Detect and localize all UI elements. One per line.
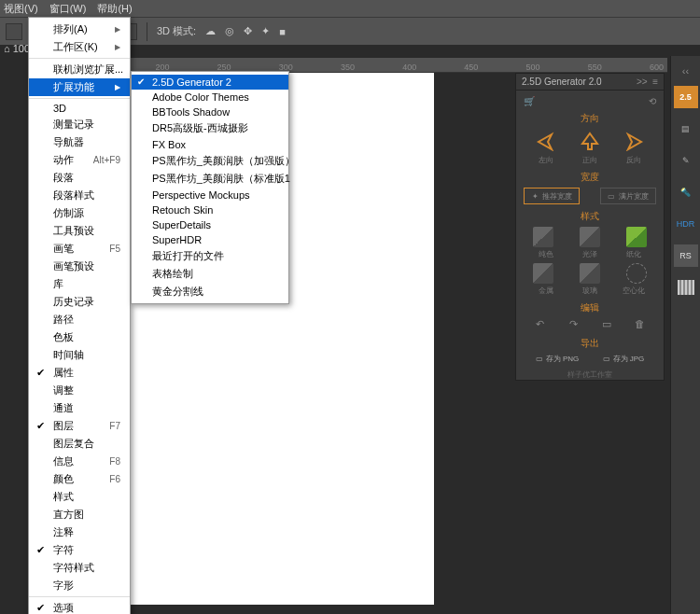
menu-item[interactable]: 动作Alt+F9 bbox=[29, 151, 130, 169]
menu-item[interactable]: ✔字符 bbox=[29, 541, 130, 559]
submenu-item[interactable]: SuperHDR bbox=[132, 232, 288, 247]
dir-label: 正向 bbox=[582, 155, 597, 165]
submenu-item[interactable]: SuperDetails bbox=[132, 217, 288, 232]
3d-icon[interactable]: ◎ bbox=[225, 25, 234, 37]
menu-item[interactable]: 仿制源 bbox=[29, 204, 130, 222]
arrow-right[interactable] bbox=[621, 129, 647, 153]
3d-icon[interactable]: ✦ bbox=[261, 25, 270, 37]
tab-rs[interactable]: RS bbox=[674, 244, 698, 267]
dir-label: 反向 bbox=[626, 155, 641, 165]
refresh-icon[interactable]: ⟲ bbox=[649, 96, 656, 106]
tab-25d[interactable]: 2.5 bbox=[674, 86, 698, 108]
menu-item[interactable]: 调整 bbox=[29, 382, 130, 399]
width-full[interactable]: ▭满片宽度 bbox=[600, 188, 656, 204]
menu-item[interactable]: ✔图层F7 bbox=[29, 417, 130, 435]
submenu-item[interactable]: BBTools Shadow bbox=[132, 105, 288, 119]
style-label: 纯色 bbox=[524, 249, 567, 259]
menu-item[interactable]: 字符样式 bbox=[29, 559, 130, 577]
style-glass[interactable] bbox=[580, 263, 600, 284]
submenu-item[interactable]: Retouch Skin bbox=[132, 202, 288, 217]
tab-grid-icon[interactable] bbox=[674, 276, 698, 299]
style-hollow[interactable] bbox=[626, 263, 647, 284]
menu-item[interactable]: 直方图 bbox=[29, 506, 130, 523]
arrow-left[interactable] bbox=[533, 129, 559, 153]
extensions-submenu: ✔2.5D Generator 2Adobe Color ThemesBBToo… bbox=[131, 71, 289, 304]
submenu-item[interactable]: DR5高级版-西城摄影 bbox=[132, 119, 288, 137]
section-edit: 编辑 bbox=[524, 301, 656, 314]
menu-item[interactable]: 画笔F5 bbox=[29, 240, 130, 258]
panel-collapse-icon[interactable]: >> bbox=[637, 77, 648, 87]
menu-item[interactable]: 字形 bbox=[29, 577, 130, 594]
submenu-item[interactable]: FX Box bbox=[132, 137, 288, 152]
menu-item[interactable]: 图层复合 bbox=[29, 435, 130, 453]
style-metal[interactable] bbox=[533, 263, 553, 284]
menu-item[interactable]: 历史记录 bbox=[29, 293, 130, 311]
3d-icon[interactable]: ☁ bbox=[205, 25, 216, 37]
menu-item[interactable]: 导航器 bbox=[29, 133, 130, 151]
export-png[interactable]: ▭ 存为 PNG bbox=[536, 354, 580, 364]
menu-item[interactable]: 通道 bbox=[29, 399, 130, 417]
export-jpg[interactable]: ▭ 存为 JPG bbox=[603, 354, 645, 364]
menu-item[interactable]: 测量记录 bbox=[29, 116, 130, 133]
submenu-item[interactable]: Perspective Mockups bbox=[132, 188, 288, 202]
tool-icon[interactable] bbox=[6, 23, 22, 40]
submenu-item[interactable]: Adobe Color Themes bbox=[132, 90, 288, 105]
section-style: 样式 bbox=[524, 210, 656, 223]
dir-label: 左向 bbox=[539, 155, 553, 165]
menu-item[interactable]: 路径 bbox=[29, 311, 130, 328]
style-label: 玻璃 bbox=[567, 286, 611, 296]
submenu-item[interactable]: PS黑作坊_美颜润肤（标准版1 bbox=[132, 170, 288, 188]
menu-item[interactable]: 3D bbox=[29, 101, 130, 116]
menu-item[interactable]: ✔选项 bbox=[29, 599, 130, 614]
undo-icon[interactable]: ↶ bbox=[533, 318, 548, 331]
menu-item[interactable]: 段落样式 bbox=[29, 187, 130, 204]
menu-item[interactable]: 工具预设 bbox=[29, 222, 130, 240]
panel-menu-icon[interactable]: ≡ bbox=[652, 77, 658, 87]
3d-icon[interactable]: ✥ bbox=[244, 25, 252, 37]
menu-item[interactable]: 工作区(K) bbox=[29, 38, 130, 56]
tab-brush-icon[interactable]: ✎ bbox=[674, 149, 698, 172]
menu-item[interactable]: 排列(A) bbox=[29, 21, 130, 38]
section-direction: 方向 bbox=[524, 112, 656, 125]
menu-item[interactable]: 信息F8 bbox=[29, 453, 130, 470]
menu-item[interactable]: 注释 bbox=[29, 523, 130, 541]
menu-item[interactable]: 库 bbox=[29, 275, 130, 293]
submenu-item[interactable]: 最近打开的文件 bbox=[132, 247, 288, 265]
menu-item[interactable]: 联机浏览扩展... bbox=[29, 61, 130, 78]
menu-item[interactable]: ✔属性 bbox=[29, 364, 130, 382]
style-paper[interactable] bbox=[626, 227, 647, 247]
cart-icon[interactable]: 🛒 bbox=[524, 96, 535, 106]
submenu-item[interactable]: PS黑作坊_美颜润肤（加强版） bbox=[132, 152, 288, 170]
section-export: 导出 bbox=[524, 337, 656, 350]
chevron-left-icon[interactable]: ‹‹ bbox=[682, 65, 689, 77]
submenu-item[interactable]: 表格绘制 bbox=[132, 265, 288, 283]
tab-hdr[interactable]: HDR bbox=[674, 213, 698, 235]
trash-icon[interactable]: 🗑 bbox=[632, 318, 647, 331]
right-sidebar: ‹‹ 2.5 ▤ ✎ 🔦 HDR RS bbox=[670, 56, 700, 614]
menu-window[interactable]: 窗口(W) bbox=[49, 2, 87, 16]
menu-item[interactable]: 颜色F6 bbox=[29, 470, 130, 488]
menu-item[interactable]: 色板 bbox=[29, 328, 130, 346]
window-menu: 排列(A)工作区(K)联机浏览扩展...扩展功能3D测量记录导航器动作Alt+F… bbox=[28, 17, 131, 614]
redo-icon[interactable]: ↷ bbox=[566, 318, 581, 331]
menu-item[interactable]: 扩展功能 bbox=[29, 78, 130, 96]
tab-light-icon[interactable]: 🔦 bbox=[674, 181, 698, 203]
submenu-item[interactable]: 黄金分割线 bbox=[132, 283, 288, 300]
tab-layers-icon[interactable]: ▤ bbox=[674, 118, 698, 140]
menu-item[interactable]: 时间轴 bbox=[29, 346, 130, 364]
style-solid[interactable] bbox=[533, 227, 553, 247]
menu-item[interactable]: 画笔预设 bbox=[29, 258, 130, 275]
menu-help[interactable]: 帮助(H) bbox=[97, 2, 132, 16]
width-recommended[interactable]: ✦推荐宽度 bbox=[524, 188, 580, 204]
3d-icon[interactable]: ■ bbox=[279, 26, 286, 37]
section-width: 宽度 bbox=[524, 171, 656, 184]
menu-item[interactable]: 样式 bbox=[29, 488, 130, 506]
menubar: 视图(V) 窗口(W) 帮助(H) bbox=[0, 0, 700, 17]
menu-view[interactable]: 视图(V) bbox=[4, 2, 38, 16]
style-gloss[interactable] bbox=[580, 227, 600, 247]
style-label: 空心化 bbox=[612, 286, 656, 296]
submenu-item[interactable]: ✔2.5D Generator 2 bbox=[132, 75, 288, 90]
menu-item[interactable]: 段落 bbox=[29, 169, 130, 187]
arrow-up[interactable] bbox=[577, 129, 603, 153]
edit-icon[interactable]: ▭ bbox=[599, 318, 614, 331]
